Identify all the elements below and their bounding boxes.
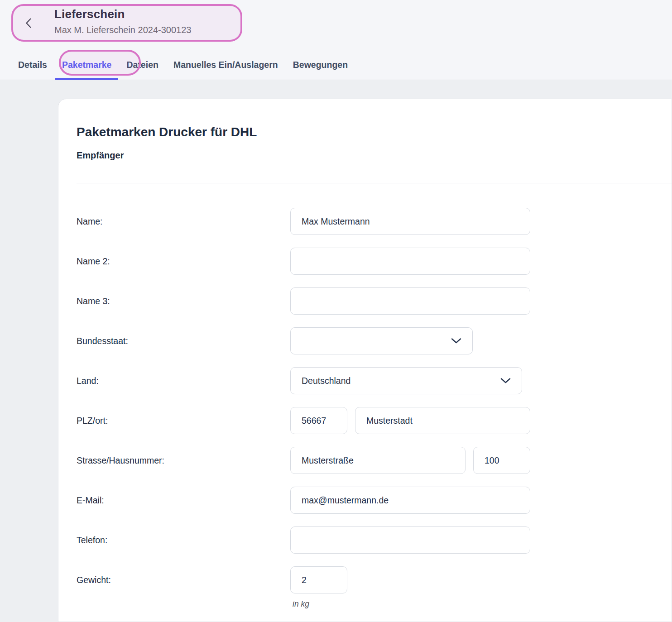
field-label-email: E-Mail: — [77, 487, 290, 514]
page-header: Lieferschein Max M. Lieferschein 2024-30… — [0, 0, 672, 50]
gewicht-unit-hint: in kg — [290, 599, 347, 609]
form-row-telefon: Telefon: — [77, 526, 672, 554]
tab-bewegungen[interactable]: Bewegungen — [293, 50, 348, 80]
field-label-name: Name: — [77, 208, 290, 235]
field-label-bundesstaat: Bundesstaat: — [77, 327, 290, 354]
content-card: Paketmarken Drucker für DHL Empfänger Na… — [58, 99, 672, 622]
name2-input[interactable] — [290, 248, 530, 275]
tab-bar: Details Paketmarke Dateien Manuelles Ein… — [0, 50, 672, 80]
field-label-name2: Name 2: — [77, 248, 290, 275]
tab-dateien[interactable]: Dateien — [126, 50, 158, 80]
land-select-value: Deutschland — [302, 376, 350, 386]
bundesstaat-select[interactable] — [290, 327, 473, 354]
field-label-telefon: Telefon: — [77, 526, 290, 554]
form-row-bundesstaat: Bundesstaat: — [77, 327, 672, 354]
back-button[interactable] — [23, 16, 34, 30]
email-input[interactable] — [290, 487, 530, 514]
chevron-down-icon — [451, 338, 461, 344]
name3-input[interactable] — [290, 287, 530, 315]
hausnummer-input[interactable] — [473, 447, 530, 474]
form-row-plz-ort: PLZ/ort: — [77, 407, 672, 434]
form-row-name: Name: — [77, 208, 672, 235]
field-label-plz-ort: PLZ/ort: — [77, 407, 290, 434]
form-row-email: E-Mail: — [77, 487, 672, 514]
tab-paketmarke[interactable]: Paketmarke — [62, 50, 112, 80]
field-label-land: Land: — [77, 367, 290, 394]
form-row-name2: Name 2: — [77, 248, 672, 275]
name-input[interactable] — [290, 208, 530, 235]
form-row-name3: Name 3: — [77, 287, 672, 315]
section-divider — [77, 183, 672, 183]
page-subtitle: Max M. Lieferschein 2024-300123 — [54, 24, 191, 36]
strasse-input[interactable] — [290, 447, 466, 474]
ort-input[interactable] — [355, 407, 530, 434]
form-row-land: Land: Deutschland — [77, 367, 672, 394]
tab-details[interactable]: Details — [18, 50, 47, 80]
field-label-gewicht: Gewicht: — [77, 566, 290, 593]
tab-manuelles-ein-auslagern[interactable]: Manuelles Ein/Auslagern — [173, 50, 278, 80]
title-block: Lieferschein Max M. Lieferschein 2024-30… — [54, 7, 191, 36]
plz-input[interactable] — [290, 407, 347, 434]
top-bar: Lieferschein Max M. Lieferschein 2024-30… — [0, 0, 672, 80]
field-label-strasse-hausnummer: Strasse/Hausnummer: — [77, 447, 290, 474]
form-row-gewicht: Gewicht: in kg — [77, 566, 672, 609]
form-row-strasse-hausnummer: Strasse/Hausnummer: — [77, 447, 672, 474]
telefon-input[interactable] — [290, 526, 530, 554]
page-title: Lieferschein — [54, 7, 191, 21]
recipient-form: Name: Name 2: Name 3: Bundesstaat: — [77, 208, 672, 609]
card-title: Paketmarken Drucker für DHL — [77, 124, 672, 140]
chevron-down-icon — [500, 378, 511, 383]
chevron-left-icon — [25, 18, 32, 29]
section-title-empfaenger: Empfänger — [77, 150, 672, 161]
field-label-name3: Name 3: — [77, 287, 290, 315]
gewicht-input[interactable] — [290, 566, 347, 593]
land-select[interactable]: Deutschland — [290, 367, 522, 394]
